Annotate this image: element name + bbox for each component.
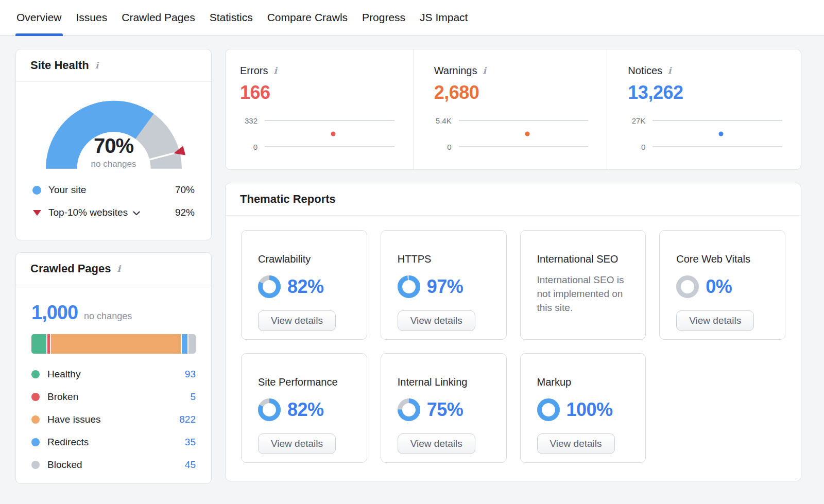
report-card-https: HTTPS 97% View details [381, 230, 507, 340]
notices-count[interactable]: 13,262 [628, 82, 782, 103]
legend-row-have-issues: Have issues 822 [31, 408, 196, 431]
view-details-button[interactable]: View details [258, 433, 336, 454]
legend-row-your-site: Your site 70% [32, 179, 195, 201]
legend-value-link[interactable]: 35 [185, 437, 196, 448]
errors-count[interactable]: 166 [240, 82, 394, 103]
have-issues-dot-icon [31, 415, 40, 424]
legend-value-link[interactable]: 5 [190, 391, 196, 403]
view-details-button[interactable]: View details [676, 310, 754, 331]
tab-js-impact[interactable]: JS Impact [419, 0, 469, 35]
issues-summary-card: Errors i 166 332 0 Warnings i 2,680 5.4K [225, 49, 801, 170]
bar-segment-blocked[interactable] [188, 334, 196, 354]
tab-label: Compare Crawls [267, 11, 348, 24]
tab-issues[interactable]: Issues [75, 0, 109, 35]
legend-label: Broken [47, 391, 190, 403]
donut-chart [676, 275, 699, 298]
report-score: 0% [706, 276, 732, 298]
axis-max-label: 27K [628, 116, 653, 125]
report-title: HTTPS [398, 253, 493, 265]
redirects-dot-icon [31, 438, 40, 446]
legend-row-redirects: Redirects 35 [31, 431, 196, 454]
info-icon[interactable]: i [272, 66, 278, 75]
info-icon[interactable]: i [482, 66, 487, 75]
info-icon[interactable]: i [116, 265, 122, 273]
notices-sparkline: 27K 0 [628, 116, 782, 151]
active-tab-underline [15, 33, 63, 36]
report-message: International SEO is not implemented on … [537, 273, 632, 315]
donut-chart [537, 398, 560, 421]
data-point-dot [719, 131, 724, 136]
warnings-count[interactable]: 2,680 [434, 82, 589, 103]
report-title: Core Web Vitals [676, 253, 771, 265]
donut-chart [398, 398, 420, 421]
tab-progress[interactable]: Progress [361, 0, 406, 35]
tab-label: Crawled Pages [122, 11, 195, 24]
site-health-title: Site Health [30, 59, 89, 72]
report-card-international-seo: International SEO International SEO is n… [520, 230, 646, 340]
axis-max-label: 332 [240, 116, 265, 125]
bar-segment-have-issues[interactable] [51, 334, 181, 354]
legend-value: 92% [175, 207, 195, 218]
donut-chart [258, 398, 281, 421]
tab-statistics[interactable]: Statistics [209, 0, 254, 35]
notices-stat: Notices i 13,262 27K 0 [607, 49, 801, 169]
crawled-pages-total[interactable]: 1,000 [31, 302, 78, 324]
report-score: 97% [427, 276, 464, 298]
legend-value-link[interactable]: 822 [179, 414, 196, 425]
data-point-dot [525, 131, 529, 136]
chevron-down-icon[interactable] [133, 211, 140, 216]
benchmark-triangle-icon [33, 210, 41, 216]
legend-row-broken: Broken 5 [31, 386, 196, 408]
report-score: 82% [287, 399, 324, 421]
report-title: Site Performance [258, 376, 353, 388]
report-score: 82% [287, 276, 324, 298]
report-card-site-performance: Site Performance 82% View details [241, 353, 367, 463]
report-card-crawlability: Crawlability 82% View details [241, 230, 367, 340]
axis-zero-label: 0 [240, 143, 265, 151]
broken-dot-icon [31, 393, 40, 401]
stat-label: Warnings [434, 65, 477, 77]
legend-value-link[interactable]: 45 [185, 459, 196, 471]
site-health-score: 70% [32, 134, 195, 158]
tab-label: JS Impact [420, 11, 468, 24]
tab-crawled-pages[interactable]: Crawled Pages [121, 0, 196, 35]
bar-segment-broken[interactable] [47, 334, 50, 354]
report-card-core-web-vitals: Core Web Vitals 0% View details [659, 230, 785, 340]
bar-segment-healthy[interactable] [31, 334, 46, 354]
view-details-button[interactable]: View details [258, 310, 336, 331]
warnings-sparkline: 5.4K 0 [434, 116, 589, 151]
view-details-button[interactable]: View details [537, 433, 615, 454]
legend-row-top10: Top-10% websites 92% [32, 201, 195, 224]
tab-bar: Overview Issues Crawled Pages Statistics… [0, 0, 824, 36]
view-details-button[interactable]: View details [398, 433, 475, 454]
crawled-pages-legend: Healthy 93 Broken 5 Have issues 822 [31, 363, 196, 476]
tab-compare-crawls[interactable]: Compare Crawls [266, 0, 349, 35]
legend-value: 70% [175, 184, 195, 196]
legend-value-link[interactable]: 93 [185, 369, 196, 380]
report-title: Markup [537, 376, 632, 388]
report-title: Internal Linking [398, 376, 493, 388]
bar-segment-redirects[interactable] [182, 334, 187, 354]
report-card-internal-linking: Internal Linking 75% View details [381, 353, 507, 463]
legend-row-blocked: Blocked 45 [31, 454, 196, 476]
axis-max-label: 5.4K [434, 116, 459, 125]
crawled-pages-card: Crawled Pages i 1,000 no changes [15, 252, 212, 484]
your-site-dot-icon [32, 186, 41, 195]
view-details-button[interactable]: View details [398, 310, 475, 331]
site-health-legend: Your site 70% Top-10% websites 92% [32, 179, 195, 224]
crawled-pages-stacked-bar [31, 334, 196, 354]
tab-label: Overview [16, 11, 62, 24]
legend-row-healthy: Healthy 93 [31, 363, 196, 386]
donut-chart [258, 275, 281, 298]
thematic-reports-grid: Crawlability 82% View details HTTPS [226, 216, 801, 463]
errors-sparkline: 332 0 [240, 116, 394, 151]
site-health-change: no changes [32, 159, 195, 169]
tab-overview[interactable]: Overview [15, 0, 63, 35]
legend-label: Healthy [47, 369, 185, 380]
info-icon[interactable]: i [667, 66, 672, 75]
data-point-dot [331, 131, 335, 136]
axis-zero-label: 0 [434, 143, 459, 151]
legend-label: Redirects [47, 437, 185, 448]
info-icon[interactable]: i [94, 61, 99, 70]
tab-label: Statistics [210, 11, 253, 24]
